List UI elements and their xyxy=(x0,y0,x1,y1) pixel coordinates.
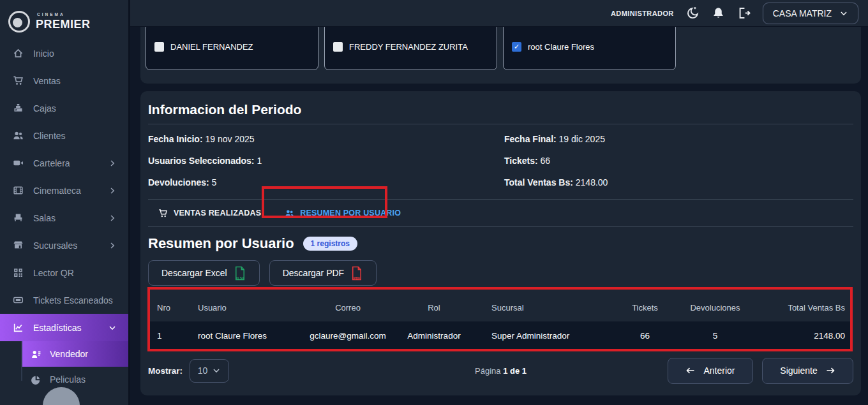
sidebar: CINEMA PREMIER Inicio Ventas Cajas Clien… xyxy=(0,0,130,405)
cell-sucursal: Super Administrador xyxy=(472,321,618,350)
logout-icon[interactable] xyxy=(737,6,751,20)
brand-top-label: CINEMA xyxy=(36,13,91,17)
download-excel-button[interactable]: Descargar Excel XLSX xyxy=(148,260,260,286)
chevron-right-icon xyxy=(108,186,117,195)
main-content: DANIEL FERNANDEZ FREDDY FERNANDEZ ZURITA… xyxy=(130,27,868,405)
info-total-ventas: Total Ventas Bs: 2148.00 xyxy=(504,172,853,193)
user-filter-panel: DANIEL FERNANDEZ FREDDY FERNANDEZ ZURITA… xyxy=(140,27,861,84)
sidebar-item-lector-qr[interactable]: Lector QR xyxy=(0,259,128,286)
sidebar-subnav-estadisticas: Vendedor Peliculas xyxy=(0,341,128,392)
chevron-down-icon xyxy=(108,323,117,332)
checkbox-unchecked[interactable] xyxy=(154,42,164,52)
users-icon xyxy=(13,130,24,141)
summary-title: Resumen por Usuario xyxy=(148,235,294,252)
page-info: Página 1 de 1 xyxy=(148,366,853,376)
brand-name: PREMIER xyxy=(36,18,91,30)
sidebar-item-inicio[interactable]: Inicio xyxy=(0,40,128,67)
chevron-right-icon xyxy=(108,159,117,168)
user-filter-card[interactable]: root Claure Flores xyxy=(503,27,676,70)
cell-total-ventas: 2148.00 xyxy=(758,321,851,350)
user-filter-card[interactable]: FREDDY FERNANDEZ ZURITA xyxy=(324,27,497,70)
download-pdf-button[interactable]: Descargar PDF PDF xyxy=(269,260,377,286)
user-role-label: ADMINISTRADOR xyxy=(611,10,674,17)
chart-icon xyxy=(13,322,24,333)
column-header-correo: Correo xyxy=(300,293,396,321)
app-window: CINEMA PREMIER Inicio Ventas Cajas Clien… xyxy=(0,0,868,405)
topbar: ADMINISTRADOR CASA MATRIZ xyxy=(130,0,868,27)
ticket-icon xyxy=(13,295,24,306)
sidebar-item-peliculas[interactable]: Peliculas xyxy=(22,367,128,392)
film-icon xyxy=(13,185,24,196)
summary-table: Nro Usuario Correo Rol Sucursal Tickets … xyxy=(148,293,851,351)
records-badge: 1 registros xyxy=(303,237,357,251)
cell-correo: gclaure@gmail.com xyxy=(300,321,396,350)
column-header-devoluciones: Devoluciones xyxy=(672,293,758,321)
info-tickets: Tickets: 66 xyxy=(504,150,853,172)
svg-text:PDF: PDF xyxy=(354,276,361,280)
checkbox-unchecked[interactable] xyxy=(333,42,343,52)
column-header-usuario: Usuario xyxy=(185,293,300,321)
qr-icon xyxy=(13,267,24,278)
tabbar: VENTAS REALIZADAS RESUMEN POR USUARIO xyxy=(148,199,853,227)
cell-devoluciones: 5 xyxy=(672,321,758,350)
info-devoluciones: Devoluciones: 5 xyxy=(148,172,504,193)
cell-nro: 1 xyxy=(148,321,185,350)
store-icon xyxy=(13,240,24,251)
excel-file-icon: XLSX xyxy=(234,266,246,281)
pdf-file-icon: PDF xyxy=(350,266,363,281)
svg-text:XLSX: XLSX xyxy=(236,276,244,280)
user-filter-card[interactable]: DANIEL FERNANDEZ xyxy=(146,27,318,70)
download-buttons: Descargar Excel XLSX Descargar PDF PDF xyxy=(148,260,853,286)
tab-resumen-por-usuario[interactable]: RESUMEN POR USUARIO xyxy=(285,209,401,218)
bell-icon[interactable] xyxy=(712,6,725,20)
sidebar-item-sucursales[interactable]: Sucursales xyxy=(0,232,128,259)
sidebar-item-ventas[interactable]: Ventas xyxy=(0,67,128,94)
pie-chart-icon xyxy=(31,374,41,385)
brand-logo-icon xyxy=(8,11,30,33)
period-info-grid: Fecha Inicio: 19 nov 2025 Fecha Final: 1… xyxy=(148,124,853,193)
period-panel: Informacion del Periodo Fecha Inicio: 19… xyxy=(140,91,861,395)
info-usuarios-seleccionados: Usuarios Seleccionados: 1 xyxy=(148,150,504,172)
sidebar-item-estadisticas[interactable]: Estadísticas xyxy=(0,314,128,341)
column-header-rol: Rol xyxy=(396,293,472,321)
column-header-total-ventas: Total Ventas Bs xyxy=(758,293,851,321)
period-title: Informacion del Periodo xyxy=(148,100,853,124)
branch-selector[interactable]: CASA MATRIZ xyxy=(763,3,858,24)
cell-tickets: 66 xyxy=(618,321,672,350)
chevron-down-icon xyxy=(839,9,848,18)
chevron-right-icon xyxy=(108,214,117,223)
info-fecha-inicio: Fecha Inicio: 19 nov 2025 xyxy=(148,128,504,150)
moon-icon[interactable] xyxy=(686,6,700,20)
sidebar-nav: Inicio Ventas Cajas Clientes Cartelera C… xyxy=(0,36,128,392)
users-icon xyxy=(285,209,294,218)
column-header-tickets: Tickets xyxy=(618,293,672,321)
column-header-nro: Nro xyxy=(148,293,185,321)
cash-register-icon xyxy=(13,103,24,114)
cell-rol: Administrador xyxy=(396,321,472,350)
home-icon xyxy=(13,48,24,59)
summary-title-row: Resumen por Usuario 1 registros xyxy=(148,235,853,252)
brand-logo[interactable]: CINEMA PREMIER xyxy=(0,0,128,36)
sidebar-item-tickets-escaneados[interactable]: Tickets Escaneados xyxy=(0,286,128,314)
info-fecha-final: Fecha Final: 19 dic 2025 xyxy=(504,128,853,150)
cell-usuario: root Claure Flores xyxy=(185,321,300,350)
pagination: Mostrar: 10 Página 1 de 1 Anterior Si xyxy=(148,358,853,384)
sidebar-item-vendedor[interactable]: Vendedor xyxy=(22,341,128,367)
sidebar-item-salas[interactable]: Salas xyxy=(0,204,128,232)
seat-icon xyxy=(13,212,24,223)
branch-selector-label: CASA MATRIZ xyxy=(773,8,832,18)
cart-icon xyxy=(13,75,24,86)
seller-icon xyxy=(31,349,41,360)
table-row[interactable]: 1 root Claure Flores gclaure@gmail.com A… xyxy=(148,321,851,350)
video-icon xyxy=(13,158,24,168)
column-header-sucursal: Sucursal xyxy=(472,293,618,321)
sidebar-item-cinemateca[interactable]: Cinemateca xyxy=(0,177,128,204)
tab-ventas-realizadas[interactable]: VENTAS REALIZADAS xyxy=(158,209,261,218)
cart-icon xyxy=(158,209,168,218)
sidebar-item-clientes[interactable]: Clientes xyxy=(0,122,128,149)
sidebar-item-cartelera[interactable]: Cartelera xyxy=(0,149,128,177)
chevron-right-icon xyxy=(108,241,117,250)
table-header-row: Nro Usuario Correo Rol Sucursal Tickets … xyxy=(148,293,851,321)
checkbox-checked[interactable] xyxy=(512,42,521,52)
sidebar-item-cajas[interactable]: Cajas xyxy=(0,94,128,122)
